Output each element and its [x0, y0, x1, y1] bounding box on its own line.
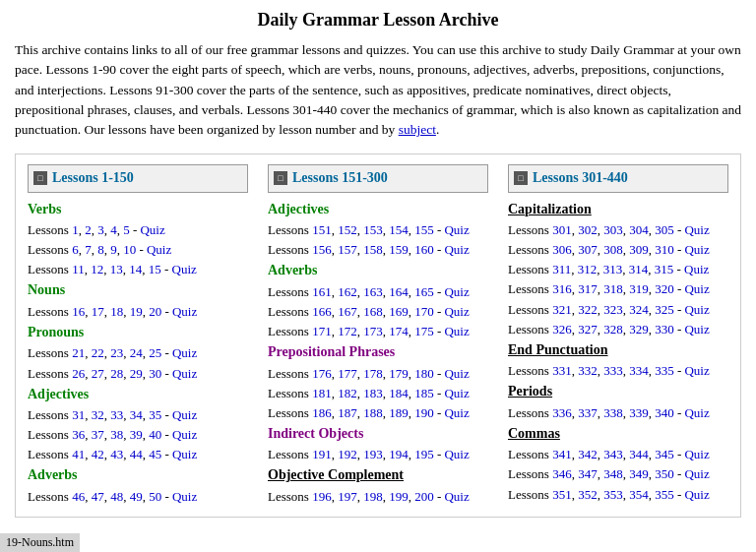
lesson-link[interactable]: 38 [110, 427, 123, 442]
lesson-link[interactable]: 37 [92, 427, 104, 442]
lesson-link[interactable]: 312 [578, 262, 598, 276]
lesson-link[interactable]: 326 [552, 322, 572, 337]
lesson-link[interactable]: 198 [363, 489, 383, 504]
lesson-link[interactable]: 188 [363, 405, 383, 420]
lesson-link[interactable]: 160 [414, 242, 434, 257]
lesson-link[interactable]: 184 [389, 386, 409, 400]
quiz-link[interactable]: Quiz [172, 447, 197, 461]
lesson-link[interactable]: 185 [414, 386, 434, 400]
lesson-link[interactable]: 8 [97, 242, 104, 257]
quiz-link[interactable]: Quiz [444, 366, 469, 381]
lesson-link[interactable]: 179 [389, 366, 409, 381]
lesson-link[interactable]: 31 [72, 407, 85, 422]
lesson-link[interactable]: 329 [629, 322, 649, 337]
lesson-link[interactable]: 30 [149, 366, 161, 381]
quiz-link[interactable]: Quiz [684, 447, 709, 461]
lesson-link[interactable]: 2 [85, 222, 92, 237]
lesson-link[interactable]: 307 [578, 242, 598, 257]
lesson-link[interactable]: 320 [655, 281, 674, 296]
lesson-link[interactable]: 39 [130, 427, 143, 442]
quiz-link[interactable]: Quiz [140, 222, 164, 237]
lesson-link[interactable]: 306 [552, 242, 572, 257]
lesson-link[interactable]: 175 [414, 324, 434, 338]
lesson-link[interactable]: 311 [552, 262, 571, 276]
lesson-link[interactable]: 44 [130, 447, 143, 461]
lesson-link[interactable]: 305 [655, 222, 674, 237]
quiz-link[interactable]: Quiz [444, 284, 469, 299]
quiz-link[interactable]: Quiz [684, 262, 709, 276]
quiz-link[interactable]: Quiz [147, 242, 171, 257]
lesson-link[interactable]: 170 [414, 304, 434, 319]
section-title-2-3[interactable]: Prepositional Phrases [268, 341, 488, 363]
lesson-link[interactable]: 40 [149, 427, 161, 442]
lesson-link[interactable]: 338 [603, 405, 623, 420]
lesson-link[interactable]: 28 [110, 366, 123, 381]
lesson-link[interactable]: 158 [363, 242, 383, 257]
lesson-link[interactable]: 42 [92, 447, 104, 461]
lesson-link[interactable]: 165 [414, 284, 434, 299]
lesson-link[interactable]: 178 [363, 366, 383, 381]
lesson-link[interactable]: 4 [110, 222, 117, 237]
lesson-link[interactable]: 350 [655, 466, 674, 481]
lesson-link[interactable]: 194 [389, 447, 409, 461]
lesson-link[interactable]: 196 [312, 489, 332, 504]
lesson-link[interactable]: 18 [110, 304, 123, 319]
quiz-link[interactable]: Quiz [684, 405, 709, 420]
section-title-1-2[interactable]: Nouns [28, 279, 248, 301]
quiz-link[interactable]: Quiz [684, 242, 709, 257]
lesson-link[interactable]: 301 [552, 222, 572, 237]
section-title-2-4[interactable]: Indirect Objects [268, 423, 488, 445]
lesson-link[interactable]: 302 [578, 222, 598, 237]
lesson-link[interactable]: 348 [603, 466, 623, 481]
lesson-link[interactable]: 13 [110, 262, 123, 276]
lesson-link[interactable]: 197 [338, 489, 357, 504]
quiz-link[interactable]: Quiz [172, 366, 197, 381]
quiz-link[interactable]: Quiz [444, 242, 469, 257]
lesson-link[interactable]: 23 [110, 345, 123, 360]
lesson-link[interactable]: 176 [312, 366, 332, 381]
lesson-link[interactable]: 154 [389, 222, 409, 237]
lesson-link[interactable]: 7 [85, 242, 92, 257]
lesson-link[interactable]: 46 [72, 489, 85, 504]
quiz-link[interactable]: Quiz [684, 222, 709, 237]
lesson-link[interactable]: 34 [130, 407, 143, 422]
lesson-link[interactable]: 47 [92, 489, 104, 504]
section-title-3-4[interactable]: Commas [508, 423, 728, 445]
section-title-1-3[interactable]: Pronouns [28, 322, 248, 343]
lesson-link[interactable]: 325 [655, 302, 674, 317]
lesson-link[interactable]: 183 [363, 386, 383, 400]
lesson-link[interactable]: 161 [312, 284, 332, 299]
lesson-link[interactable]: 26 [72, 366, 85, 381]
quiz-link[interactable]: Quiz [444, 304, 469, 319]
lesson-link[interactable]: 322 [578, 302, 598, 317]
lesson-link[interactable]: 17 [92, 304, 104, 319]
lesson-link[interactable]: 309 [629, 242, 649, 257]
quiz-link[interactable]: Quiz [684, 466, 709, 481]
lesson-link[interactable]: 352 [578, 487, 598, 502]
lesson-link[interactable]: 344 [629, 447, 649, 461]
lesson-link[interactable]: 303 [603, 222, 623, 237]
lesson-link[interactable]: 346 [552, 466, 572, 481]
lesson-link[interactable]: 29 [130, 366, 143, 381]
lesson-link[interactable]: 318 [603, 281, 623, 296]
quiz-link[interactable]: Quiz [172, 489, 197, 504]
quiz-link[interactable]: Quiz [684, 302, 709, 317]
lesson-link[interactable]: 168 [363, 304, 383, 319]
lesson-link[interactable]: 351 [552, 487, 572, 502]
quiz-link[interactable]: Quiz [684, 363, 709, 378]
lesson-link[interactable]: 200 [414, 489, 434, 504]
lesson-link[interactable]: 3 [97, 222, 104, 237]
lesson-link[interactable]: 345 [655, 447, 674, 461]
lesson-link[interactable]: 45 [149, 447, 161, 461]
section-title-2-2[interactable]: Adverbs [268, 260, 488, 281]
lesson-link[interactable]: 308 [603, 242, 623, 257]
quiz-link[interactable]: Quiz [444, 405, 469, 420]
lesson-link[interactable]: 174 [389, 324, 409, 338]
section-title-3-1[interactable]: Capitalization [508, 199, 728, 220]
section-title-1-1[interactable]: Verbs [28, 199, 248, 220]
lesson-link[interactable]: 341 [552, 447, 572, 461]
lesson-link[interactable]: 41 [72, 447, 85, 461]
lesson-link[interactable]: 10 [123, 242, 136, 257]
lesson-link[interactable]: 339 [629, 405, 649, 420]
lesson-link[interactable]: 327 [578, 322, 598, 337]
